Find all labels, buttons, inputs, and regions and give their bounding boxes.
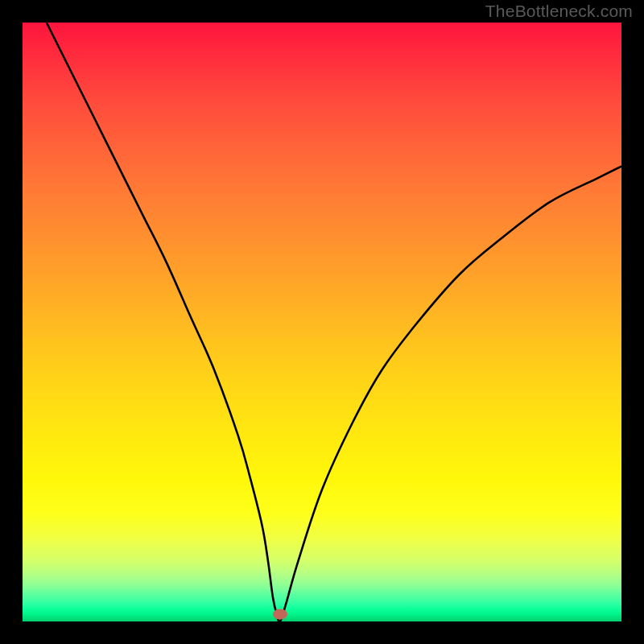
optimum-marker [273,609,287,620]
watermark-text: TheBottleneck.com [485,2,633,21]
bottleneck-curve [23,23,621,621]
chart-plot-area [23,23,621,621]
